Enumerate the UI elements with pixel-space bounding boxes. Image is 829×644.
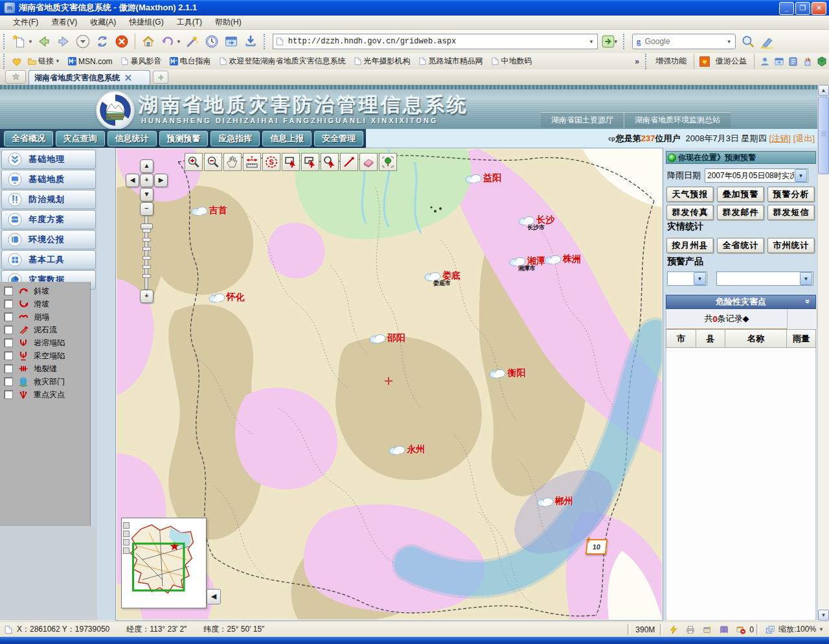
back-icon[interactable] [36,33,52,50]
zoom-out-step-button[interactable]: − [140,202,153,216]
refresh-icon[interactable] [94,33,111,50]
bookmark-item[interactable]: 链接▼ [28,56,60,67]
pan-left-button[interactable]: ◀ [126,174,139,187]
layer-row-重点灾点[interactable]: 重点灾点 [0,388,90,401]
panel-button-全省统计[interactable]: 全省统计 [717,238,764,253]
stop-icon[interactable] [113,33,130,50]
map-city-娄底[interactable]: 娄底娄底市 [424,270,460,282]
rain-date-select[interactable]: 2007年05月05日08时实况 ▼ [705,168,808,183]
layer-row-滑坡[interactable]: 滑坡 [0,297,90,310]
search-box[interactable]: g ▼ [632,34,736,49]
menu-item[interactable]: 快捷组(G) [122,16,170,29]
url-dropdown-caret[interactable]: ▼ [589,39,594,45]
panel-button-按月州县[interactable]: 按月州县 [666,238,714,253]
bookmark-item[interactable]: 光年摄影机构 [354,56,411,67]
bookmark-item[interactable]: 暴风影音 [120,56,162,67]
charity-button[interactable]: 傲游公益 [716,56,747,67]
scroll-up-arrow[interactable]: ▲ [818,85,829,96]
map-city-湘潭[interactable]: 湘潭湘潭市 [509,255,545,267]
bookmark-item[interactable]: 电台指南 [170,56,211,67]
printer-icon[interactable] [686,625,695,634]
boost-icon[interactable] [669,625,678,634]
notes-icon[interactable] [788,56,799,67]
panel-button-群发短信[interactable]: 群发短信 [767,205,815,220]
product-select-small[interactable]: ▼ [667,271,707,286]
layer-checkbox[interactable] [4,338,13,347]
new-page-icon[interactable] [11,33,28,50]
nav-tab-信息上报[interactable]: 信息上报 [262,131,312,146]
scroll-down-arrow[interactable]: ▼ [818,610,829,621]
forward-icon[interactable] [55,33,72,50]
select-caret-icon[interactable]: ▼ [800,272,812,285]
undo-icon[interactable] [159,33,176,50]
map-tool-zoom-in[interactable] [185,153,203,171]
favorites-star-button[interactable] [5,70,26,84]
logout-link[interactable]: [注销] [769,133,791,144]
close-button[interactable]: ✕ [812,2,826,15]
map-tool-full-extent[interactable] [379,153,397,171]
bookmark-item[interactable]: 欢迎登陆湖南省地质灾害信息系统 [219,56,346,67]
minimap-collapse-button[interactable]: ◀ [207,589,221,604]
panel-button-群发传真[interactable]: 群发传真 [666,205,714,220]
search-input[interactable] [644,36,728,47]
history-clock-icon[interactable] [203,33,220,50]
favorites-heart-icon[interactable] [12,56,22,67]
sidebar-button-年度方案[interactable]: 年度方案 [1,210,96,229]
menu-item[interactable]: 文件(F) [6,16,45,29]
maximize-button[interactable]: ❐ [795,2,810,15]
map-city-衡阳[interactable]: 衡阳 [489,367,525,379]
map-tool-eraser[interactable] [359,153,378,171]
map-tool-select-rect[interactable] [282,153,300,171]
layer-row-斜坡[interactable]: 斜坡 [0,284,90,297]
table-header-名称[interactable]: 名称 [725,329,787,348]
map-tool-select-polygon[interactable] [301,153,319,171]
layer-checkbox[interactable] [4,325,13,334]
layer-checkbox[interactable] [4,351,13,360]
maxthon-charity-icon[interactable] [699,56,710,67]
product-select-large[interactable]: ▼ [716,271,813,286]
tab-close-icon[interactable] [125,75,131,81]
bookmark-item[interactable]: MSN.com [68,57,113,66]
table-header-雨量[interactable]: 雨量 [787,329,816,348]
sidebar-button-环境公报[interactable]: 环境公报 [1,230,96,249]
popup-blocker-counter[interactable]: 0 [732,625,754,634]
minimize-button[interactable]: _ [779,2,794,15]
address-bar[interactable]: ▼ [273,34,598,49]
scroll-thumb[interactable] [818,97,829,174]
menu-item[interactable]: 收藏(A) [84,16,122,29]
layer-checkbox[interactable] [4,312,13,321]
layer-checkbox[interactable] [4,364,13,373]
map-city-吉首[interactable]: 吉首 [191,205,227,216]
map-city-永州[interactable]: 永州 [389,444,425,455]
sidebar-button-基础地质[interactable]: 基础地质 [1,170,96,189]
resize-icon[interactable] [766,625,775,634]
layer-row-救灾部门[interactable]: 救灾部门 [0,375,90,388]
zoom-control[interactable]: 缩放:100% ▼ [778,624,825,635]
nav-tab-应急指挥[interactable]: 应急指挥 [210,131,260,146]
home-icon[interactable] [140,33,157,50]
panel-button-市州统计[interactable]: 市州统计 [767,238,815,253]
map-tool-select-s[interactable]: S [262,153,280,171]
panel-button-叠加预警[interactable]: 叠加预警 [717,187,764,202]
header-link[interactable]: 湖南省地质环境监测总站 [624,113,731,128]
tab-active[interactable]: 湖南省地质灾害信息系统 [28,70,150,85]
map-tool-select-circle[interactable] [321,153,339,171]
nav-tab-灾点查询[interactable]: 灾点查询 [56,131,105,146]
menu-item[interactable]: 工具(T) [170,16,209,29]
popup-window-icon[interactable] [703,625,712,634]
download-icon[interactable] [242,33,259,50]
history-dropdown-icon[interactable] [74,33,91,50]
split-window-icon[interactable] [223,33,240,50]
zoom-in-step-button[interactable]: + [140,290,153,303]
skin-icon[interactable] [817,56,827,67]
tools-cup-icon[interactable] [802,56,813,67]
window-icon[interactable] [774,56,784,67]
search-engine-caret[interactable]: ▼ [727,39,732,45]
exit-link[interactable]: [退出] [793,133,815,144]
table-header-市[interactable]: 市 [666,329,696,348]
nav-tab-信息统计[interactable]: 信息统计 [108,131,157,146]
map-city-郴州[interactable]: 郴州 [537,496,573,507]
panel-button-天气预报[interactable]: 天气预报 [666,187,714,202]
panel-button-预警分析[interactable]: 预警分析 [767,187,815,202]
menu-item[interactable]: 查看(V) [45,16,84,29]
